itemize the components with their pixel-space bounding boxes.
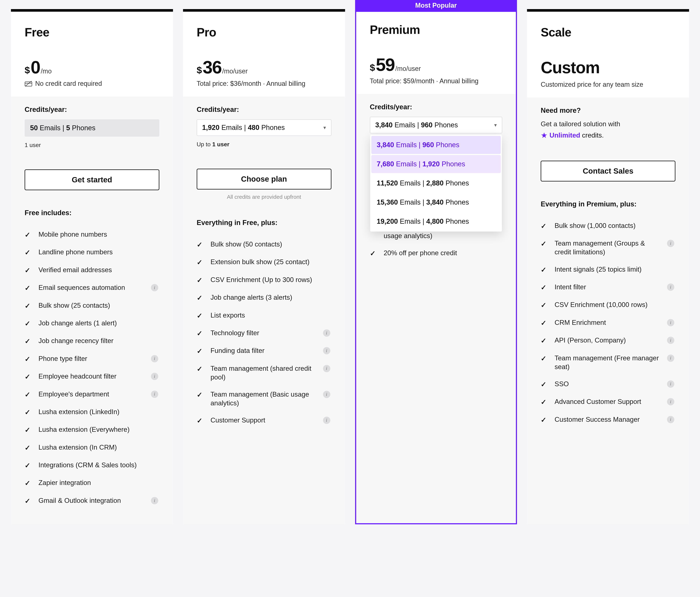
feature-text: Zapier integration <box>39 478 146 487</box>
info-icon[interactable]: i <box>323 365 330 372</box>
info-icon[interactable]: i <box>151 284 158 291</box>
check-icon: ✓ <box>25 443 33 452</box>
credits-option[interactable]: 3,840 Emails | 960 Phones <box>371 136 501 154</box>
feature-item: ✓Bulk show (1,000 contacts) <box>541 217 675 235</box>
info-icon[interactable]: i <box>667 381 674 388</box>
info-icon[interactable]: i <box>323 391 330 398</box>
info-icon[interactable]: i <box>323 347 330 354</box>
feature-item: ✓Team management (Basic usage analytics)… <box>197 386 331 412</box>
feature-item: ✓Phone type filteri <box>25 350 159 368</box>
feature-item: ✓Email sequences automationi <box>25 279 159 297</box>
check-icon: ✓ <box>197 346 205 356</box>
credits-option[interactable]: 7,680 Emails | 1,920 Phones <box>371 155 501 173</box>
check-icon: ✓ <box>541 354 549 363</box>
feature-item: ✓SSOi <box>541 375 675 393</box>
plan-card-free: Free $ 0 /mo No credit card required Cre… <box>11 9 173 524</box>
credits-sub-bold: 1 user <box>212 141 229 148</box>
cta-section: Contact Sales <box>527 150 689 190</box>
check-icon: ✓ <box>197 258 205 267</box>
unlimited-line: ★ Unlimited credits. <box>541 131 675 140</box>
info-icon[interactable]: i <box>667 398 674 405</box>
feature-item: ✓Job change alerts (1 alert) <box>25 315 159 332</box>
info-icon[interactable]: i <box>667 319 674 326</box>
credits-sep: | <box>62 124 64 132</box>
feature-text: Customer Success Manager <box>554 415 661 424</box>
info-icon[interactable]: i <box>667 283 674 291</box>
check-icon: ✓ <box>541 283 549 292</box>
check-icon: ✓ <box>197 276 205 285</box>
check-icon: ✓ <box>541 265 549 275</box>
check-icon: ✓ <box>25 478 33 488</box>
check-icon: ✓ <box>25 425 33 435</box>
need-more-text: Get a tailored solution with <box>541 120 675 128</box>
feature-item: ✓Advanced Customer Supporti <box>541 393 675 411</box>
price-suffix: /mo/user <box>395 65 421 73</box>
credits-emails-word: Emails <box>221 124 242 131</box>
feature-item: ✓Job change recency filter <box>25 332 159 350</box>
credits-phones-count: 5 <box>66 124 70 132</box>
credits-option[interactable]: 19,200 Emails | 4,800 Phones <box>371 212 501 230</box>
info-icon[interactable]: i <box>667 416 674 423</box>
info-icon[interactable]: i <box>151 497 158 504</box>
feature-item: ✓Employee's departmenti <box>25 386 159 403</box>
info-icon[interactable]: i <box>667 355 674 362</box>
feature-item: ✓Lusha extension (In CRM) <box>25 439 159 457</box>
feature-text: Intent filter <box>554 283 661 291</box>
credits-sep: | <box>417 121 419 129</box>
info-icon[interactable]: i <box>323 329 330 337</box>
info-icon[interactable]: i <box>151 355 158 362</box>
credits-emails-count: 1,920 <box>202 124 220 131</box>
price-currency: $ <box>25 65 30 76</box>
price-line: $ 59 /mo/user <box>370 56 502 74</box>
credits-sub-prefix: Up to <box>197 141 212 148</box>
credits-dropdown[interactable]: 1,920 Emails | 480 Phones ▾ <box>197 119 331 136</box>
features-section: Free includes: ✓Mobile phone numbers✓Lan… <box>11 199 173 524</box>
info-icon[interactable]: i <box>151 373 158 380</box>
choose-plan-button[interactable]: Choose plan <box>197 169 331 189</box>
feature-text: Employee headcount filter <box>39 372 146 381</box>
info-icon[interactable]: i <box>323 417 330 424</box>
check-icon: ✓ <box>541 222 549 231</box>
credits-dropdown[interactable]: 3,840 Emails | 960 Phones ▾ 3,840 Emails… <box>370 117 502 133</box>
feature-text: Team management (Free manager seat) <box>554 354 661 371</box>
feature-text: Gmail & Outlook integration <box>39 496 146 505</box>
check-icon: ✓ <box>541 380 549 389</box>
credits-emails-word: Emails <box>40 124 60 132</box>
feature-text: SSO <box>554 380 661 388</box>
credits-dropdown-menu: 3,840 Emails | 960 Phones7,680 Emails | … <box>370 135 502 232</box>
feature-item: ✓Bulk show (50 contacts) <box>197 236 331 253</box>
check-icon: ✓ <box>25 266 33 275</box>
feature-item: ✓Verified email addresses <box>25 261 159 279</box>
credits-section: Credits/year: 1,920 Emails | 480 Phones … <box>183 97 345 158</box>
credits-phones-count: 480 <box>248 124 259 131</box>
feature-item: ✓List exports <box>197 307 331 325</box>
feature-item: ✓Gmail & Outlook integrationi <box>25 492 159 510</box>
credits-option[interactable]: 11,520 Emails | 2,880 Phones <box>371 174 501 192</box>
check-icon: ✓ <box>25 230 33 239</box>
check-icon: ✓ <box>197 311 205 320</box>
info-icon[interactable]: i <box>667 240 674 247</box>
check-icon: ✓ <box>541 336 549 345</box>
feature-text: Lusha extension (Everywhere) <box>39 425 146 434</box>
features-title: Everything in Free, plus: <box>197 219 331 227</box>
info-icon[interactable]: i <box>667 337 674 344</box>
feature-item: ✓CSV Enrichment (Up to 300 rows) <box>197 271 331 289</box>
contact-sales-button[interactable]: Contact Sales <box>541 161 675 181</box>
check-icon: ✓ <box>25 319 33 328</box>
check-icon: ✓ <box>541 318 549 328</box>
feature-text: Technology filter <box>210 329 318 337</box>
credits-option[interactable]: 15,360 Emails | 3,840 Phones <box>371 193 501 211</box>
feature-text: List exports <box>210 311 318 320</box>
credits-section: Need more? Get a tailored solution with … <box>527 98 689 150</box>
info-icon[interactable]: i <box>151 391 158 398</box>
feature-text: Job change alerts (1 alert) <box>39 319 146 328</box>
feature-text: Lusha extension (In CRM) <box>39 443 146 452</box>
get-started-button[interactable]: Get started <box>25 170 159 190</box>
feature-text: Intent signals (25 topics limit) <box>554 265 661 274</box>
plan-header: Free $ 0 /mo No credit card required <box>11 12 173 97</box>
price-amount: 0 <box>31 58 40 76</box>
price-subline: Total price: $59/month · Annual billing <box>370 77 502 85</box>
feature-item: ✓CRM Enrichmenti <box>541 314 675 332</box>
feature-text: Advanced Customer Support <box>554 397 661 406</box>
cta-section: Choose plan All credits are provided upf… <box>183 158 345 209</box>
